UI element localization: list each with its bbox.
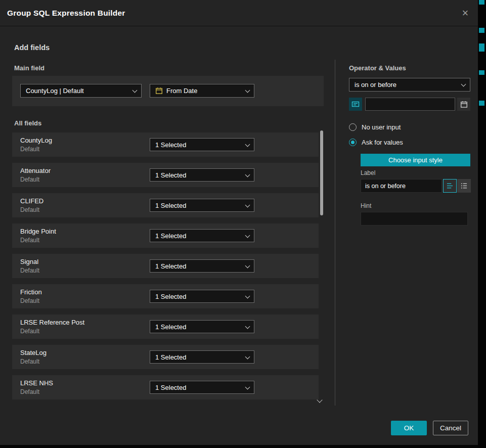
chevron-down-icon [245, 203, 250, 208]
field-row: Signal Default 1 Selected [12, 254, 319, 278]
field-subtitle: Default [20, 176, 39, 183]
chevron-down-icon [245, 88, 250, 93]
ask-for-values-label: Ask for values [362, 139, 403, 146]
fields-scrollbar[interactable] [320, 130, 324, 401]
background-edge-strip [478, 0, 486, 448]
field-name: CLIFED [20, 197, 43, 205]
dialog-header: Group SQL Expression Builder × [0, 0, 478, 26]
main-field-panel: CountyLog | Default From Date [12, 76, 324, 106]
field-row: StateLog Default 1 Selected [12, 345, 319, 369]
field-selected-dropdown[interactable]: 1 Selected [150, 290, 254, 303]
background-fragment [479, 101, 484, 106]
field-name: LRSE NHS [20, 379, 53, 387]
field-subtitle: Default [20, 237, 39, 244]
main-layer-dropdown[interactable]: CountyLog | Default [20, 84, 142, 98]
close-icon[interactable]: × [459, 7, 472, 20]
field-name: StateLog [20, 349, 47, 356]
choose-input-style-button[interactable]: Choose input style [361, 154, 470, 166]
label-input[interactable] [361, 179, 442, 193]
field-selected-value: 1 Selected [155, 232, 186, 240]
dialog-title: Group SQL Expression Builder [7, 0, 125, 26]
field-selected-dropdown[interactable]: 1 Selected [150, 320, 254, 333]
cancel-button[interactable]: Cancel [433, 421, 468, 435]
field-selected-value: 1 Selected [155, 141, 186, 149]
field-row: LRSE Reference Post Default 1 Selected [12, 315, 319, 339]
background-fragment [479, 28, 484, 33]
field-selected-dropdown[interactable]: 1 Selected [150, 381, 254, 394]
no-user-input-radio[interactable]: No user input [349, 123, 401, 131]
field-name: CountyLog [20, 137, 52, 144]
chevron-down-icon [245, 294, 250, 299]
field-name: Attenuator [20, 167, 51, 174]
field-name: Bridge Point [20, 228, 56, 235]
field-subtitle: Default [20, 146, 39, 153]
operator-dropdown[interactable]: is on or before [349, 78, 470, 92]
calendar-picker-icon[interactable] [457, 98, 470, 111]
date-field-calendar-icon [155, 87, 163, 95]
all-fields-list: CountyLog Default 1 Selected Attenuator … [12, 132, 319, 406]
field-row: LRSE NHS Default 1 Selected [12, 375, 319, 399]
field-row: Friction Default 1 Selected [12, 284, 319, 308]
field-subtitle: Default [20, 206, 39, 213]
field-selected-value: 1 Selected [155, 293, 186, 300]
chevron-down-icon [245, 324, 250, 329]
chevron-down-icon [245, 354, 250, 360]
chevron-down-icon [245, 172, 250, 177]
hint-caption: Hint [361, 202, 371, 209]
chevron-down-icon [245, 142, 250, 147]
field-selected-dropdown[interactable]: 1 Selected [150, 168, 254, 182]
no-user-input-label: No user input [362, 123, 401, 131]
field-row: CLIFED Default 1 Selected [12, 193, 319, 217]
field-subtitle: Default [20, 297, 39, 304]
field-selected-value: 1 Selected [155, 323, 186, 331]
background-fragment [479, 0, 484, 5]
field-name: LRSE Reference Post [20, 319, 84, 326]
field-selected-value: 1 Selected [155, 262, 186, 270]
field-selected-value: 1 Selected [155, 171, 186, 179]
field-selected-dropdown[interactable]: 1 Selected [150, 350, 254, 364]
operator-dropdown-value: is on or before [355, 81, 396, 88]
calendar-icon [460, 101, 468, 108]
scrollbar-thumb[interactable] [320, 130, 323, 215]
field-name: Signal [20, 258, 38, 265]
field-name: Friction [20, 288, 42, 296]
field-subtitle: Default [20, 388, 39, 395]
vertical-divider [335, 60, 335, 406]
field-selected-dropdown[interactable]: 1 Selected [150, 229, 254, 242]
field-selected-dropdown[interactable]: 1 Selected [150, 259, 254, 273]
date-value-input[interactable] [365, 98, 455, 111]
field-row: Bridge Point Default 1 Selected [12, 223, 319, 248]
add-fields-heading: Add fields [14, 43, 50, 52]
field-row: CountyLog Default 1 Selected [12, 132, 319, 157]
date-input-type-icon[interactable] [349, 98, 362, 111]
ask-for-values-radio[interactable]: Ask for values [349, 139, 403, 146]
operator-values-heading: Operator & Values [349, 64, 406, 72]
chevron-down-icon [245, 263, 250, 268]
chevron-down-icon [245, 385, 250, 390]
ok-button[interactable]: OK [391, 421, 427, 435]
single-line-input-style-button[interactable] [443, 179, 457, 193]
label-caption: Label [361, 169, 375, 176]
chevron-down-icon [461, 82, 466, 87]
field-subtitle: Default [20, 328, 39, 335]
main-field-dropdown-value: From Date [166, 87, 197, 95]
field-row: Attenuator Default 1 Selected [12, 163, 319, 187]
field-subtitle: Default [20, 267, 39, 274]
field-selected-value: 1 Selected [155, 353, 186, 361]
all-fields-label: All fields [14, 119, 41, 127]
radio-selected-icon [349, 139, 357, 146]
list-input-style-button[interactable] [457, 179, 471, 193]
background-fragment [479, 43, 484, 52]
chevron-down-icon [132, 88, 138, 93]
field-selected-dropdown[interactable]: 1 Selected [150, 199, 254, 212]
field-selected-dropdown[interactable]: 1 Selected [150, 138, 254, 151]
field-selected-value: 1 Selected [155, 384, 186, 391]
main-field-dropdown[interactable]: From Date [150, 84, 254, 98]
chevron-down-icon [245, 233, 250, 238]
background-fragment [479, 70, 484, 75]
main-layer-dropdown-value: CountyLog | Default [26, 87, 84, 95]
main-field-label: Main field [14, 64, 45, 72]
radio-unselected-icon [349, 123, 357, 131]
hint-input[interactable] [361, 212, 468, 226]
field-selected-value: 1 Selected [155, 202, 186, 209]
